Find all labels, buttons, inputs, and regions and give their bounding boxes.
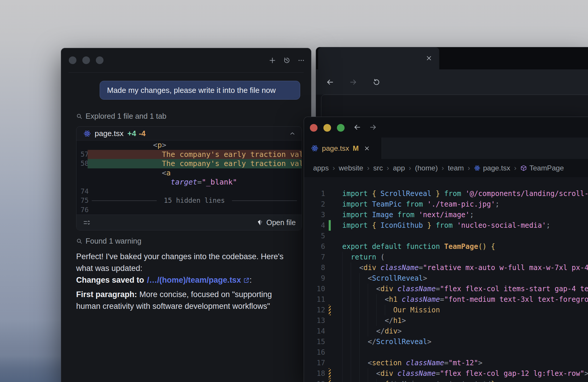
code-line[interactable]: 14 </div> xyxy=(304,326,588,336)
indent-guide xyxy=(342,305,343,315)
indent-guide xyxy=(359,379,360,382)
explored-status[interactable]: Explored 1 file and 1 tab xyxy=(76,112,300,120)
diff-card-header[interactable]: page.tsx +4 -4 xyxy=(76,127,302,140)
line-number: 7 xyxy=(304,252,325,262)
diff-line-number: 57 xyxy=(76,150,88,159)
warning-status-text: Found 1 warning xyxy=(86,237,141,245)
code-line[interactable]: 6export default function TeamPage() { xyxy=(304,241,588,252)
gutter-marker xyxy=(329,199,331,210)
back-icon[interactable] xyxy=(353,123,361,131)
indent-guide xyxy=(342,326,343,336)
indent-guide xyxy=(359,358,360,368)
user-message-text: Made my changes, please write it into th… xyxy=(107,86,276,95)
code-line[interactable]: 11 <h1 className="font-medium text-3xl t… xyxy=(304,294,588,305)
tab-page-tsx[interactable]: page.tsx M xyxy=(304,138,382,159)
indent-guide xyxy=(359,273,360,284)
code-editor[interactable]: 1import { ScrollReveal } from '@/compone… xyxy=(304,177,588,382)
gutter-marker xyxy=(329,252,331,262)
line-number: 3 xyxy=(304,210,325,220)
breadcrumb-separator: › xyxy=(409,164,411,172)
history-icon[interactable] xyxy=(283,57,290,64)
diff-additions: +4 xyxy=(127,129,136,138)
forward-icon[interactable] xyxy=(369,123,377,131)
diff-line-number xyxy=(76,177,88,187)
open-file-label: Open file xyxy=(266,218,296,227)
hidden-divider xyxy=(92,200,157,201)
response-paragraph: Perfect! I've baked your changes into th… xyxy=(76,251,300,274)
explored-status-text: Explored 1 file and 1 tab xyxy=(86,112,166,120)
zoom-traffic-light[interactable] xyxy=(337,124,345,132)
browser-titlebar[interactable] xyxy=(316,47,588,69)
breadcrumb-item[interactable]: website xyxy=(339,164,363,172)
breadcrumb-item[interactable]: app xyxy=(393,164,405,172)
diff-line-added: 58 The company's early traction val xyxy=(76,159,302,168)
close-traffic-light[interactable] xyxy=(310,124,318,132)
code-line[interactable]: 3import Image from 'next/image'; xyxy=(304,210,588,220)
open-file-button[interactable]: Open file xyxy=(257,218,296,227)
expand-lines-icon[interactable] xyxy=(83,219,90,226)
indent-guide xyxy=(368,368,368,379)
code-line[interactable]: 13 </h1> xyxy=(304,315,588,326)
tab-close-icon[interactable] xyxy=(426,55,432,61)
file-path-link[interactable]: /…/(home)/team/page.tsx xyxy=(147,276,250,284)
code-line[interactable]: 16 xyxy=(304,347,588,358)
line-number: 6 xyxy=(304,241,325,252)
gutter-marker xyxy=(329,336,331,347)
breadcrumb-item[interactable]: src xyxy=(373,164,383,172)
breadcrumb-item[interactable]: team xyxy=(448,164,464,172)
git-mod-marker xyxy=(329,305,331,315)
back-icon[interactable] xyxy=(326,78,334,86)
indent-guide xyxy=(342,379,343,382)
code-line[interactable]: 15 </ScrollReveal> xyxy=(304,336,588,347)
code-line[interactable]: 7 return ( xyxy=(304,252,588,262)
code-line[interactable]: 4import { IconGithub } from 'nucleo-soci… xyxy=(304,220,588,231)
zoom-traffic-light[interactable] xyxy=(96,56,103,64)
code-line[interactable]: 8 <div className="relative mx-auto w-ful… xyxy=(304,262,588,273)
indent-guide xyxy=(368,305,368,315)
warning-status[interactable]: Found 1 warning xyxy=(76,237,300,245)
hidden-lines-label[interactable]: 15 hidden lines xyxy=(164,196,225,205)
browser-tab[interactable] xyxy=(318,47,439,69)
diff-deletions: -4 xyxy=(139,129,146,138)
code-line[interactable]: 5 xyxy=(304,231,588,241)
assistant-titlebar[interactable] xyxy=(61,48,311,72)
code-line[interactable]: 18 <div className="flex flex-col gap-12 … xyxy=(304,368,588,379)
breadcrumb-item[interactable]: (home) xyxy=(415,164,438,172)
desktop: Made my changes, please write it into th… xyxy=(0,0,588,382)
code-line[interactable]: 1import { ScrollReveal } from '@/compone… xyxy=(304,188,588,199)
diff-line-number: 74 xyxy=(76,187,88,196)
ellipsis-menu-icon[interactable] xyxy=(298,57,305,64)
git-modified-badge: M xyxy=(353,144,359,153)
indent-guide xyxy=(368,379,368,382)
minimize-traffic-light[interactable] xyxy=(323,124,331,132)
chevron-up-icon[interactable] xyxy=(289,130,296,137)
git-mod-marker xyxy=(329,368,331,379)
code-line[interactable]: 9 <ScrollReveal> xyxy=(304,273,588,284)
indent-guide xyxy=(376,379,377,382)
breadcrumb-item[interactable]: TeamPage xyxy=(520,164,564,172)
reload-icon[interactable] xyxy=(372,78,380,86)
editor-titlebar[interactable] xyxy=(304,117,588,138)
forward-icon[interactable] xyxy=(349,78,357,86)
code-line[interactable]: 12 Our Mission xyxy=(304,305,588,315)
line-number: 12 xyxy=(304,305,325,315)
code-line[interactable]: 17 <section className="mt-12"> xyxy=(304,358,588,368)
react-icon xyxy=(474,165,480,171)
breadcrumb-item[interactable]: page.tsx xyxy=(474,164,510,172)
code-line[interactable]: 19 {/* Main content start */} xyxy=(304,379,588,382)
changes-saved-label: Changes saved to xyxy=(76,276,144,284)
code-line[interactable]: 10 <div className="flex flex-col items-s… xyxy=(304,284,588,294)
tab-close-icon[interactable] xyxy=(364,145,370,151)
indent-guide xyxy=(368,284,368,294)
indent-guide xyxy=(342,294,343,305)
diff-line-number: 58 xyxy=(76,159,88,168)
new-thread-plus-icon[interactable] xyxy=(269,57,276,64)
diff-line: <a xyxy=(76,168,302,178)
code-line[interactable]: 2import TeamPic from './team-pic.jpg'; xyxy=(304,199,588,210)
line-number: 15 xyxy=(304,336,325,347)
close-traffic-light[interactable] xyxy=(69,56,76,64)
minimize-traffic-light[interactable] xyxy=(82,56,90,64)
gutter-marker xyxy=(329,262,331,273)
breadcrumb-item[interactable]: apps xyxy=(313,164,329,172)
indent-guide xyxy=(351,305,351,315)
